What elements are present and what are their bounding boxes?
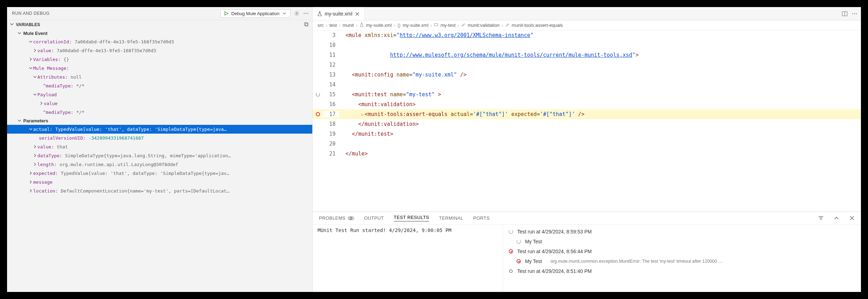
- execution-pointer-icon: ▷: [361, 112, 364, 117]
- chevron-down-icon: [28, 39, 33, 44]
- chevron-right-icon: [32, 162, 37, 167]
- variables-tree: Mule Event correlationId: 7a06dabd-dffe-…: [7, 29, 312, 195]
- panel-tabs: PROBLEMS 2 OUTPUT TEST RESULTS TERMINAL …: [313, 212, 861, 225]
- chevron-right-icon: [32, 153, 37, 158]
- svg-point-3: [307, 13, 308, 14]
- error-icon: [508, 249, 514, 254]
- parameters-scope[interactable]: Parameters: [7, 117, 312, 125]
- tab-test-results[interactable]: TEST RESULTS: [394, 215, 429, 221]
- svg-point-1: [304, 13, 305, 14]
- close-icon[interactable]: [355, 11, 360, 17]
- tab-label: my-suite.xml: [325, 11, 352, 17]
- test-run-row[interactable]: Test run at 4/29/2024, 8:59:53 PM: [508, 227, 856, 237]
- chevron-right-icon: [28, 171, 33, 176]
- ellipsis-icon[interactable]: [303, 11, 309, 16]
- variable-row[interactable]: value: [7, 99, 312, 108]
- loading-icon: [516, 239, 522, 244]
- svg-rect-11: [434, 24, 438, 26]
- problems-badge: 2: [348, 216, 354, 220]
- filter-icon[interactable]: [818, 215, 824, 221]
- svg-point-9: [854, 13, 855, 14]
- launch-label: Debug Mule Application: [231, 11, 279, 16]
- symbol-icon: [434, 23, 438, 28]
- svg-point-0: [296, 13, 297, 14]
- loading-icon: [316, 92, 320, 97]
- variables-label: VARIABLES: [16, 22, 40, 27]
- tab-bar: my-suite.xml: [313, 7, 861, 20]
- editor-tab[interactable]: my-suite.xml: [313, 7, 365, 20]
- test-run-row[interactable]: Test run at 4/29/2024, 8:51:40 PM: [508, 266, 856, 276]
- wrench-icon: [461, 23, 465, 28]
- editor-area: my-suite.xml src› test› munit› my-suite.…: [313, 7, 861, 292]
- chevron-right-icon: [28, 179, 33, 185]
- beaker-icon: [360, 23, 364, 28]
- tab-problems[interactable]: PROBLEMS 2: [319, 215, 354, 221]
- test-error-message: org.mule.munit.common.exception.MunitErr…: [550, 259, 723, 264]
- variable-row[interactable]: value: that: [7, 142, 312, 151]
- variable-row[interactable]: serialVersionUID: -3428994331968741687: [7, 134, 312, 142]
- svg-point-8: [852, 13, 853, 14]
- test-row[interactable]: My Test org.mule.munit.common.exception.…: [508, 256, 856, 266]
- chevron-down-icon: [18, 31, 21, 36]
- variable-row[interactable]: length: org.mule.runtime.api.util.LazyLo…: [7, 160, 312, 169]
- chevron-right-icon: [32, 144, 37, 150]
- variable-row[interactable]: expected: TypedValue[value: 'that', data…: [7, 169, 312, 178]
- test-runs-list: Test run at 4/29/2024, 8:59:53 PM My Tes…: [503, 225, 861, 292]
- svg-rect-4: [305, 23, 308, 26]
- variable-row[interactable]: dataType: SimpleDataType{type=java.lang.…: [7, 151, 312, 160]
- collapse-all-icon[interactable]: [304, 22, 309, 28]
- variable-row[interactable]: ^mediaType: */*: [7, 108, 312, 117]
- gear-icon[interactable]: [294, 11, 300, 16]
- ellipsis-icon[interactable]: [852, 11, 857, 17]
- breakpoint-icon[interactable]: [316, 112, 320, 116]
- test-run-row[interactable]: Test run at 4/29/2024, 8:56:44 PM: [508, 246, 856, 256]
- test-row[interactable]: My Test: [508, 237, 856, 246]
- wrench-icon: [505, 23, 510, 28]
- variable-row-selected[interactable]: actual: TypedValue[value: 'that', dataTy…: [7, 125, 312, 134]
- variable-row[interactable]: ^mediaType: */*: [7, 81, 312, 90]
- chevron-right-icon: [28, 188, 33, 194]
- chevron-down-icon: [32, 92, 37, 97]
- variable-row[interactable]: message: [7, 178, 312, 187]
- svg-point-10: [856, 13, 857, 14]
- beaker-icon: [317, 11, 323, 17]
- chevron-down-icon: [28, 127, 33, 132]
- chevron-down-icon: [18, 118, 21, 123]
- close-icon[interactable]: [849, 215, 855, 221]
- chevron-down-icon: [28, 66, 33, 71]
- chevron-down-icon: [32, 74, 37, 80]
- bottom-panel: PROBLEMS 2 OUTPUT TEST RESULTS TERMINAL …: [313, 212, 861, 292]
- variable-row[interactable]: Variables: {}: [7, 55, 312, 64]
- split-editor-icon[interactable]: [842, 11, 848, 17]
- circle-icon: [508, 269, 514, 273]
- run-and-debug-title: RUN AND DEBUG: [12, 11, 217, 16]
- braces-icon: {}: [397, 23, 400, 28]
- variable-row[interactable]: correlationId: 7a06dabd-dffe-4e13-9fe5-1…: [7, 37, 312, 46]
- variable-row[interactable]: value: 7a06dabd-dffe-4e13-9fe5-168f35e7d…: [7, 46, 312, 55]
- debug-header: RUN AND DEBUG Debug Mule Application: [7, 7, 312, 20]
- test-output-text: MUnit Test Run started! 4/29/2024, 9:00:…: [313, 225, 503, 292]
- chevron-up-icon[interactable]: [833, 215, 839, 221]
- chevron-down-icon: [10, 22, 14, 27]
- error-icon: [516, 259, 522, 263]
- variable-row[interactable]: Mule Message:: [7, 64, 312, 73]
- chevron-right-icon: [39, 101, 44, 106]
- play-icon: [223, 11, 229, 16]
- svg-rect-5: [305, 23, 307, 25]
- code-editor[interactable]: 3 <mule xmlns:xsi="http://www.w3.org/200…: [313, 30, 861, 212]
- tab-output[interactable]: OUTPUT: [364, 215, 384, 221]
- variables-section-header[interactable]: VARIABLES: [7, 20, 312, 29]
- mule-event-scope[interactable]: Mule Event: [7, 29, 312, 37]
- variable-row[interactable]: location: DefaultComponentLocation{name=…: [7, 187, 312, 195]
- tab-terminal[interactable]: TERMINAL: [439, 215, 463, 221]
- chevron-right-icon: [28, 57, 33, 62]
- breadcrumb[interactable]: src› test› munit› my-suite.xml› {} my-su…: [313, 20, 861, 30]
- launch-config-dropdown[interactable]: Debug Mule Application: [220, 9, 290, 18]
- variable-row[interactable]: Payload: [7, 90, 312, 99]
- variable-row[interactable]: Attributes: null: [7, 73, 312, 81]
- tab-ports[interactable]: PORTS: [473, 215, 490, 221]
- loading-icon: [508, 230, 514, 234]
- chevron-down-icon: [282, 11, 287, 16]
- debug-sidebar: RUN AND DEBUG Debug Mule Application: [7, 7, 313, 292]
- chevron-right-icon: [32, 48, 37, 53]
